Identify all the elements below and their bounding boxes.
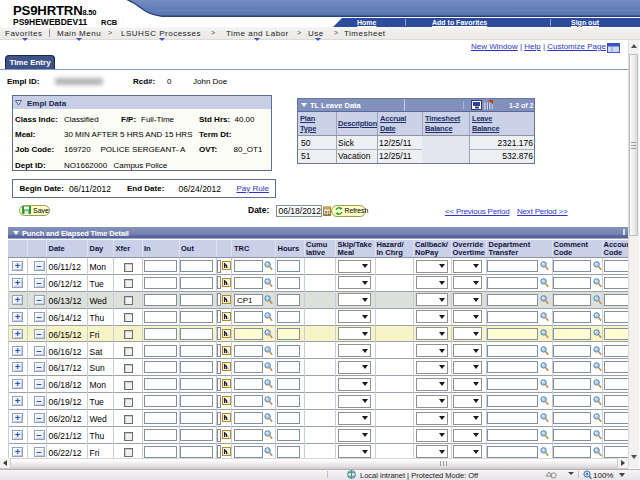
- svg-text:31: 31: [324, 209, 330, 215]
